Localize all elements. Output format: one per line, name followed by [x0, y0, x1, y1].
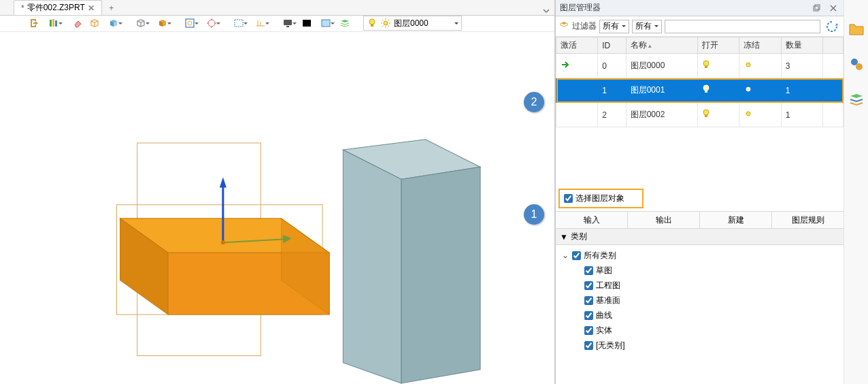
black-swatch-icon[interactable] [299, 16, 314, 31]
layer-search-input[interactable] [665, 20, 820, 33]
layers-icon[interactable] [847, 90, 866, 109]
new-layer-button[interactable]: 新建 [700, 212, 772, 228]
target-icon[interactable] [201, 16, 222, 31]
cell-freeze[interactable] [739, 103, 781, 127]
cell-name: 图层0000 [626, 54, 697, 78]
refresh-icon[interactable] [823, 18, 841, 35]
select-layer-objects-checkbox[interactable]: 选择图层对象 [558, 189, 644, 208]
current-layer-dropdown[interactable]: 图层0000 [363, 16, 462, 31]
tree-item-checkbox[interactable] [584, 266, 593, 275]
sun-icon [380, 18, 391, 29]
shaded-cube-icon[interactable] [103, 16, 124, 31]
cell-active [556, 103, 598, 127]
svg-rect-9 [303, 20, 311, 27]
tree-item-label: [无类别] [596, 340, 625, 351]
layer-table: 激活 ID 名称 打开 冻结 数量 0 图层0000 3 [556, 37, 844, 127]
tree-item-label: 基准面 [596, 295, 620, 306]
svg-point-5 [208, 20, 215, 27]
3d-viewport[interactable] [0, 32, 554, 384]
svg-point-4 [188, 21, 192, 25]
tree-item[interactable]: 实体 [561, 323, 838, 338]
tree-item-checkbox[interactable] [584, 326, 593, 335]
tree-item-checkbox[interactable] [584, 311, 593, 320]
dirty-indicator: * [21, 3, 24, 13]
tree-item[interactable]: 草图 [561, 263, 838, 278]
filter-select-2[interactable]: 所有 [632, 20, 662, 33]
tree-root-label: 所有类别 [584, 250, 616, 261]
svg-point-27 [746, 112, 750, 116]
cell-open[interactable] [698, 54, 739, 78]
bulb-on-icon [702, 84, 710, 94]
layer-manager-panel: 图层管理器 过滤器 所有 所有 激活 ID 名称 [555, 0, 844, 384]
close-tab-icon[interactable]: ✕ [88, 3, 95, 13]
tree-item[interactable]: 曲线 [561, 308, 838, 323]
layer-filter-icon[interactable] [558, 21, 569, 32]
col-id[interactable]: ID [598, 37, 626, 54]
svg-point-13 [384, 21, 388, 25]
cell-active [556, 78, 598, 103]
col-freeze[interactable]: 冻结 [739, 37, 781, 54]
gears-icon[interactable] [847, 54, 866, 74]
tree-item-checkbox[interactable] [584, 341, 593, 350]
tree-item-label: 工程图 [596, 280, 620, 291]
tree-expand-icon[interactable]: ⌄ [561, 251, 569, 260]
tree-root[interactable]: ⌄ 所有类别 [561, 248, 838, 263]
cell-count: 1 [781, 78, 822, 103]
layer-table-header: 激活 ID 名称 打开 冻结 数量 [556, 37, 844, 54]
category-section-header[interactable]: ▼ 类别 [556, 229, 844, 245]
wireframe-cube-icon[interactable] [87, 16, 102, 31]
cell-count: 3 [781, 54, 822, 78]
baseline-icon[interactable] [250, 16, 271, 31]
tree-item[interactable]: 工程图 [561, 278, 838, 293]
svg-rect-7 [284, 20, 292, 25]
layer-row[interactable]: 1 图层0001 1 [556, 78, 844, 103]
panel-header: 图层管理器 [556, 0, 844, 16]
solid-cube-icon[interactable] [152, 16, 173, 31]
restore-window-icon[interactable] [811, 3, 823, 14]
exit-icon[interactable] [27, 16, 42, 31]
bulb-icon [367, 18, 378, 29]
folder-icon[interactable] [847, 19, 866, 38]
cell-open[interactable] [698, 103, 739, 127]
eraser-icon[interactable] [71, 16, 86, 31]
select-rect-icon[interactable] [229, 16, 249, 31]
filter-select-1[interactable]: 所有 [599, 20, 629, 33]
books-icon[interactable] [44, 16, 64, 31]
layers-stack-icon[interactable] [337, 16, 352, 31]
blue-swatch-icon[interactable] [316, 16, 336, 31]
import-button[interactable]: 输入 [556, 212, 628, 228]
col-open[interactable]: 打开 [698, 37, 739, 54]
select-layer-objects-cb[interactable] [564, 194, 573, 203]
panel-title: 图层管理器 [560, 2, 807, 14]
layer-action-buttons: 输入 输出 新建 图层规则 [556, 211, 844, 229]
tree-item-checkbox[interactable] [584, 281, 593, 290]
cell-freeze[interactable] [739, 78, 781, 103]
svg-rect-6 [235, 20, 243, 27]
tree-item[interactable]: [无类别] [561, 338, 838, 353]
viewport-pane: * 零件002.Z3PRT ✕ + 图层0000 [0, 0, 555, 384]
document-tab[interactable]: * 零件002.Z3PRT ✕ [14, 0, 102, 15]
svg-point-16 [221, 240, 225, 244]
close-panel-icon[interactable] [827, 3, 839, 14]
col-name[interactable]: 名称 [626, 37, 697, 54]
svg-point-24 [746, 87, 750, 91]
layer-row[interactable]: 0 图层0000 3 [556, 54, 844, 78]
tree-item-checkbox[interactable] [584, 296, 593, 305]
bulb-on-icon [702, 109, 710, 118]
tree-item[interactable]: 基准面 [561, 293, 838, 308]
layer-row[interactable]: 2 图层0002 1 [556, 103, 844, 127]
col-count[interactable]: 数量 [781, 37, 822, 54]
wire-cube2-icon[interactable] [131, 16, 151, 31]
cell-open[interactable] [698, 78, 739, 103]
tabstrip-overflow-icon[interactable] [542, 7, 550, 15]
view-box-icon[interactable] [180, 16, 200, 31]
svg-rect-3 [186, 19, 194, 27]
tree-root-checkbox[interactable] [572, 251, 581, 260]
col-active[interactable]: 激活 [556, 37, 598, 54]
add-tab-button[interactable]: + [105, 1, 118, 15]
monitor-icon[interactable] [278, 16, 298, 31]
cell-freeze[interactable] [739, 54, 781, 78]
layer-rule-button[interactable]: 图层规则 [772, 212, 844, 228]
chevron-down-icon [622, 25, 626, 29]
export-button[interactable]: 输出 [628, 212, 700, 228]
